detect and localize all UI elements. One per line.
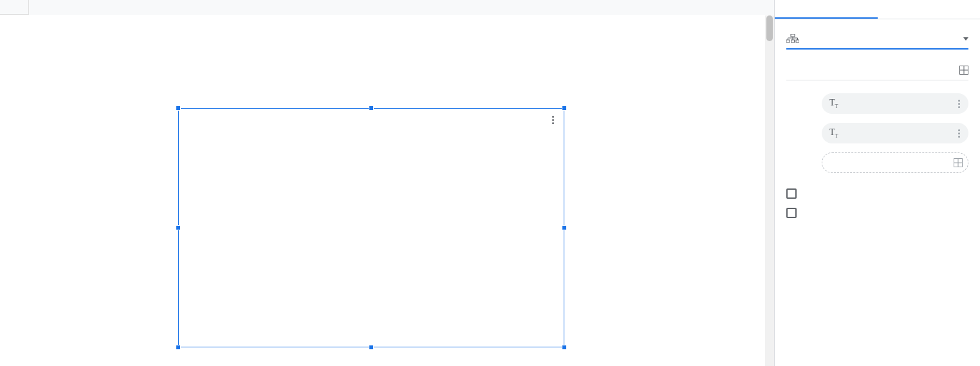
spreadsheet-grid[interactable] [0, 0, 774, 366]
checkbox-icon [786, 208, 797, 218]
more-icon[interactable] [954, 100, 963, 108]
more-icon[interactable] [954, 129, 963, 138]
svg-rect-0 [791, 34, 795, 37]
resize-handle-e[interactable] [562, 225, 567, 230]
resize-handle-w[interactable] [176, 225, 181, 230]
resize-handle-ne[interactable] [562, 105, 567, 111]
data-range-input[interactable] [786, 62, 968, 80]
chevron-down-icon [963, 37, 968, 41]
vertical-scrollbar[interactable] [765, 15, 774, 366]
text-type-icon: TT [829, 127, 838, 139]
svg-rect-1 [786, 40, 790, 42]
column-headers [0, 0, 774, 15]
text-type-icon: TT [829, 98, 838, 109]
switch-rows-columns-checkbox[interactable] [786, 188, 968, 199]
resize-handle-sw[interactable] [176, 345, 181, 350]
svg-rect-2 [791, 40, 795, 42]
select-all-corner[interactable] [0, 0, 29, 15]
grid-icon[interactable] [959, 66, 968, 75]
tooltip-series-pill[interactable] [822, 152, 968, 173]
resize-handle-s[interactable] [369, 345, 374, 350]
grid-icon[interactable] [954, 158, 963, 167]
chart-menu-button[interactable] [547, 114, 559, 125]
tab-customize[interactable] [878, 0, 981, 19]
id-series-pill[interactable]: TT [822, 93, 968, 114]
checkbox-icon [786, 188, 797, 199]
tab-data[interactable] [775, 0, 878, 19]
org-chart-icon [786, 34, 799, 43]
chart-type-select[interactable] [786, 31, 968, 50]
svg-rect-3 [796, 40, 799, 42]
parent-series-pill[interactable]: TT [822, 123, 968, 143]
chart-editor-panel: TT TT [774, 0, 980, 366]
resize-handle-nw[interactable] [176, 105, 181, 111]
use-row-headers-checkbox[interactable] [786, 208, 968, 218]
resize-handle-n[interactable] [369, 105, 374, 111]
scrollbar-thumb[interactable] [766, 15, 773, 41]
resize-handle-se[interactable] [562, 345, 567, 350]
chart-object[interactable] [178, 108, 564, 347]
